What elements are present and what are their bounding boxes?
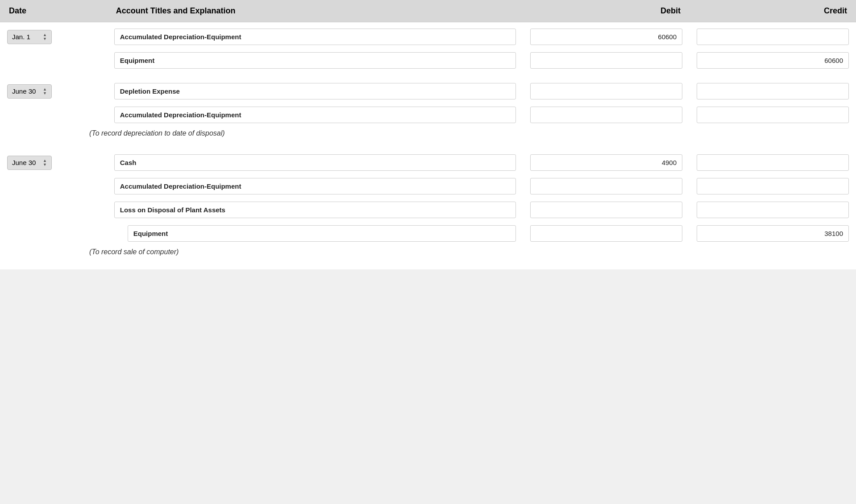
header-debit: Debit [523,0,690,22]
debit-input-0-0[interactable] [530,29,682,45]
credit-input-2-1[interactable] [697,178,849,194]
account-cell-2-1 [107,174,523,198]
credit-cell-1-0 [690,79,856,103]
debit-cell-2-3 [523,222,690,245]
credit-cell-2-0 [690,151,856,174]
credit-input-1-0[interactable] [697,83,849,99]
date-cell-entry-1[interactable]: June 30▲▼ [0,79,107,103]
debit-input-2-0[interactable] [530,154,682,171]
debit-cell-1-0 [523,79,690,103]
account-input-1-0[interactable] [114,83,516,99]
account-input-2-2[interactable] [114,202,516,218]
table-row [0,198,856,222]
date-arrows-0: ▲▼ [43,33,47,41]
debit-input-2-3[interactable] [530,225,682,242]
table-row: Jan. 1▲▼ [0,22,856,49]
debit-cell-2-1 [523,174,690,198]
account-input-2-3[interactable] [128,225,516,242]
spacer-0 [0,72,856,79]
account-cell-1-0 [107,79,523,103]
credit-input-2-0[interactable] [697,154,849,171]
account-input-0-1[interactable] [114,52,516,69]
debit-cell-1-1 [523,103,690,127]
credit-input-2-3[interactable] [697,225,849,242]
account-cell-2-3 [107,222,523,245]
credit-input-1-1[interactable] [697,107,849,123]
date-selector-1[interactable]: June 30▲▼ [7,84,52,99]
date-selector-2[interactable]: June 30▲▼ [7,156,52,170]
date-arrows-2: ▲▼ [43,159,47,167]
date-value-0: Jan. 1 [12,33,30,41]
debit-input-2-1[interactable] [530,178,682,194]
account-cell-0-0 [107,22,523,49]
note-text-1: (To record depreciation to date of dispo… [0,127,856,144]
credit-input-2-2[interactable] [697,202,849,218]
table-row [0,49,856,72]
credit-cell-1-1 [690,103,856,127]
credit-input-0-0[interactable] [697,29,849,45]
header-account: Account Titles and Explanation [107,0,523,22]
debit-cell-2-0 [523,151,690,174]
table-row: June 30▲▼ [0,151,856,174]
account-cell-2-0 [107,151,523,174]
debit-cell-2-2 [523,198,690,222]
date-cell-entry-0[interactable]: Jan. 1▲▼ [0,22,107,49]
date-selector-0[interactable]: Jan. 1▲▼ [7,30,52,44]
table-row [0,103,856,127]
credit-cell-2-2 [690,198,856,222]
account-input-1-1[interactable] [114,107,516,123]
account-input-2-1[interactable] [114,178,516,194]
account-input-0-0[interactable] [114,29,516,45]
table-row [0,174,856,198]
debit-input-1-0[interactable] [530,83,682,99]
debit-input-1-1[interactable] [530,107,682,123]
spacer-2 [0,262,856,269]
header-date: Date [0,0,107,22]
table-row: June 30▲▼ [0,79,856,103]
credit-cell-2-1 [690,174,856,198]
debit-input-0-1[interactable] [530,52,682,69]
debit-input-2-2[interactable] [530,202,682,218]
date-value-2: June 30 [12,159,36,166]
date-cell-entry-2[interactable]: June 30▲▼ [0,151,107,174]
account-input-2-0[interactable] [114,154,516,171]
credit-input-0-1[interactable] [697,52,849,69]
header-credit: Credit [690,0,856,22]
credit-cell-0-0 [690,22,856,49]
debit-cell-0-1 [523,49,690,72]
spacer-1 [0,144,856,151]
debit-cell-0-0 [523,22,690,49]
account-cell-1-1 [107,103,523,127]
credit-cell-0-1 [690,49,856,72]
note-row-1: (To record depreciation to date of dispo… [0,127,856,144]
date-value-1: June 30 [12,87,36,95]
account-cell-2-2 [107,198,523,222]
table-row [0,222,856,245]
note-text-2: (To record sale of computer) [0,245,856,262]
journal-table: Date Account Titles and Explanation Debi… [0,0,856,269]
note-row-2: (To record sale of computer) [0,245,856,262]
credit-cell-2-3 [690,222,856,245]
date-arrows-1: ▲▼ [43,87,47,95]
account-cell-0-1 [107,49,523,72]
